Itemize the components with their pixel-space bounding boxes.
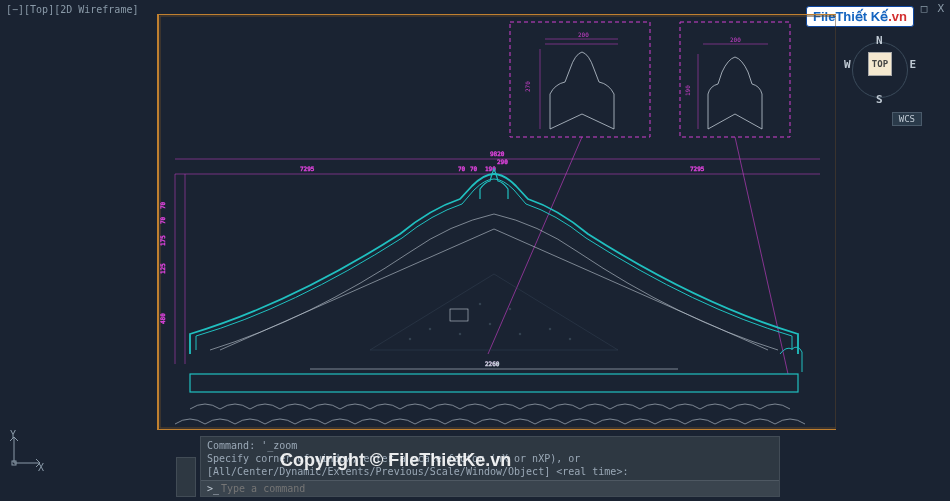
- svg-text:200: 200: [578, 31, 589, 38]
- drawing-canvas[interactable]: 200 270 200 190 9820 7295 7295 7070 1902…: [10, 14, 836, 430]
- svg-text:7295: 7295: [300, 165, 315, 172]
- detail-b-ornament: 200 190: [684, 36, 768, 129]
- svg-point-33: [549, 328, 551, 330]
- svg-point-30: [459, 333, 461, 335]
- svg-text:190: 190: [684, 85, 691, 96]
- svg-text:2260: 2260: [485, 360, 500, 367]
- svg-point-29: [429, 328, 431, 330]
- svg-point-34: [569, 338, 571, 340]
- ucs-y-label: Y: [10, 429, 16, 440]
- svg-rect-27: [450, 309, 468, 321]
- svg-text:270: 270: [524, 81, 531, 92]
- roof-hatch: [370, 274, 618, 350]
- svg-text:70: 70: [470, 165, 478, 172]
- viewcube-east[interactable]: E: [909, 58, 916, 71]
- cad-drawing[interactable]: 200 270 200 190 9820 7295 7295 7070 1902…: [10, 14, 836, 430]
- main-roof-profile: [190, 169, 798, 354]
- viewcube-north[interactable]: N: [876, 34, 883, 47]
- roof-internal-lines: 2260: [210, 214, 778, 369]
- command-input[interactable]: [221, 483, 775, 494]
- close-button[interactable]: X: [937, 2, 944, 15]
- viewcube-west[interactable]: W: [844, 58, 851, 71]
- leader-line-b: [735, 137, 788, 374]
- svg-point-35: [479, 303, 481, 305]
- command-history: Command: '_zoom Specify corner of window…: [201, 437, 779, 480]
- ucs-icon[interactable]: Y X: [8, 433, 44, 471]
- command-history-line: Specify corner of window, enter a scale …: [207, 452, 773, 465]
- svg-point-32: [519, 333, 521, 335]
- dimension-lines: 9820 7295 7295 7070 190290 70 70 175 125…: [159, 150, 820, 364]
- detail-a-ornament: 200 270: [524, 31, 618, 129]
- svg-text:9820: 9820: [490, 150, 505, 157]
- ucs-x-label: X: [38, 462, 44, 473]
- viewcube-south[interactable]: S: [876, 93, 883, 106]
- viewcube[interactable]: TOP N S W E: [840, 30, 920, 110]
- command-history-line: Command: '_zoom: [207, 439, 773, 452]
- svg-point-36: [509, 308, 511, 310]
- svg-text:175: 175: [159, 235, 166, 246]
- svg-point-31: [489, 323, 491, 325]
- svg-text:70: 70: [159, 201, 166, 209]
- svg-point-28: [409, 338, 411, 340]
- svg-text:7295: 7295: [690, 165, 705, 172]
- svg-text:290: 290: [497, 158, 508, 165]
- wcs-indicator[interactable]: WCS: [892, 112, 922, 126]
- svg-text:125: 125: [159, 263, 166, 274]
- viewcube-top-face[interactable]: TOP: [868, 52, 892, 76]
- svg-text:70: 70: [458, 165, 466, 172]
- command-prompt-icon: >_: [205, 483, 221, 494]
- roof-tiles: [175, 404, 805, 424]
- svg-text:480: 480: [159, 313, 166, 324]
- command-window[interactable]: Command: '_zoom Specify corner of window…: [200, 436, 780, 497]
- model-tab-handle[interactable]: [176, 457, 196, 497]
- maximize-button[interactable]: □: [921, 2, 928, 15]
- svg-text:200: 200: [730, 36, 741, 43]
- command-history-line: [All/Center/Dynamic/Extents/Previous/Sca…: [207, 465, 773, 478]
- svg-text:70: 70: [159, 216, 166, 224]
- ridge-band: [190, 374, 798, 392]
